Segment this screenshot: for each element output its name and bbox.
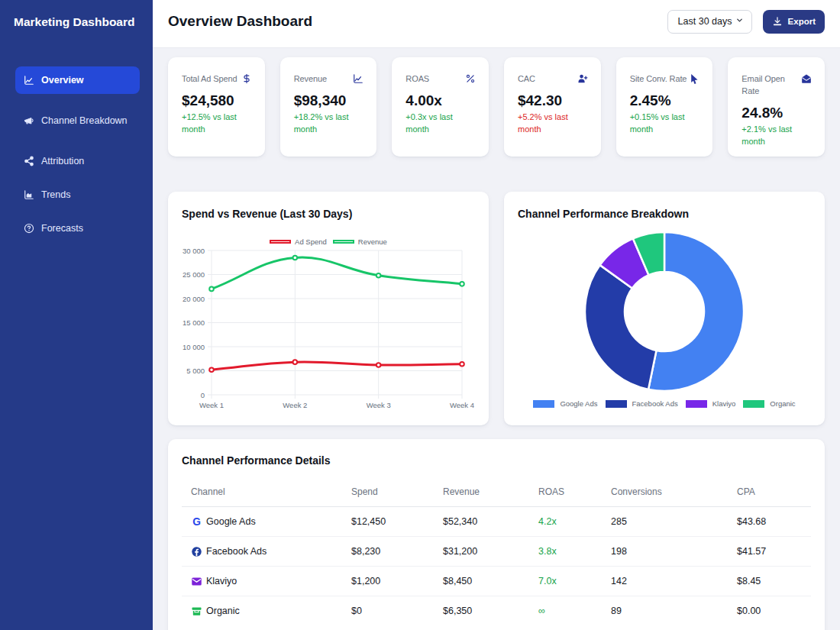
spend-cell: $8,230 — [342, 537, 434, 567]
donut-chart-title: Channel Performance Breakdown — [518, 208, 689, 220]
col-header-cpa: CPA — [728, 479, 811, 507]
col-header-roas: ROAS — [529, 479, 602, 507]
kpi-delta: +0.15% vs last month — [630, 111, 691, 135]
kpi-card-email-open-rate: Email Open Rate 24.8% +2.1% vs last mont… — [728, 57, 825, 157]
donut-chart-legend: Google AdsFacebook AdsKlaviyoOrganic — [518, 399, 811, 408]
export-button[interactable]: Export — [763, 10, 825, 34]
kpi-value: 24.8% — [741, 104, 812, 122]
kpi-label: Revenue — [294, 73, 327, 85]
conversions-cell: 198 — [602, 537, 728, 567]
legend-item-google-ads[interactable]: Google Ads — [533, 399, 597, 408]
legend-item-organic[interactable]: Organic — [743, 399, 795, 408]
channel-name: Klaviyo — [206, 576, 237, 586]
roas-cell: 4.2x — [529, 507, 602, 537]
svg-text:Week 3: Week 3 — [367, 401, 391, 409]
svg-text:15 000: 15 000 — [183, 318, 205, 327]
svg-text:Week 2: Week 2 — [283, 401, 307, 409]
megaphone-icon — [24, 115, 34, 126]
channel-performance-table: Channel Spend Revenue ROAS Conversions C… — [182, 479, 811, 626]
sidebar-item-attribution[interactable]: Attribution — [15, 147, 140, 175]
channel-details-card: Channel Performance Details Channel Spen… — [168, 439, 825, 630]
sidebar-item-channel-breakdown[interactable]: Channel Breakdown — [15, 107, 140, 134]
sidebar-item-label: Overview — [41, 75, 84, 86]
roas-cell: ∞ — [529, 596, 602, 626]
svg-text:5 000: 5 000 — [186, 367, 205, 375]
line-chart-plot: 05 00010 00015 00020 00025 00030 000Week… — [182, 226, 475, 417]
kpi-label: Site Conv. Rate — [630, 73, 687, 85]
kpi-card-total-ad-spend: Total Ad Spend $24,580 +12.5% vs last mo… — [168, 57, 265, 157]
header-actions: Last 30 days Export — [667, 10, 825, 34]
sidebar-item-label: Attribution — [41, 156, 84, 166]
sidebar-item-forecasts[interactable]: Forecasts — [15, 215, 140, 242]
help-circle-icon — [24, 223, 34, 234]
channel-breakdown-chart-card: Channel Performance Breakdown Google Ads… — [504, 192, 825, 425]
revenue-cell: $52,340 — [434, 507, 529, 537]
kpi-row: Total Ad Spend $24,580 +12.5% vs last mo… — [168, 57, 825, 157]
cpa-cell: $41.57 — [728, 537, 811, 567]
sidebar-item-label: Trends — [41, 189, 70, 200]
line-chart-title: Spend vs Revenue (Last 30 Days) — [182, 208, 352, 220]
cpa-cell: $43.68 — [728, 507, 811, 537]
table-header-row: Channel Spend Revenue ROAS Conversions C… — [182, 479, 811, 507]
sidebar-item-overview[interactable]: Overview — [15, 66, 140, 94]
svg-text:10 000: 10 000 — [183, 343, 205, 351]
conversions-cell: 142 — [602, 567, 728, 596]
col-header-conversions: Conversions — [602, 479, 728, 507]
legend-label: Klaviyo — [712, 399, 736, 408]
legend-swatch — [743, 400, 764, 408]
col-header-channel: Channel — [182, 479, 342, 507]
table-title: Channel Performance Details — [182, 454, 811, 467]
area-chart-icon — [24, 189, 34, 200]
legend-swatch — [686, 400, 707, 408]
table-row-google-ads[interactable]: GGoogle Ads $12,450 $52,340 4.2x 285 $43… — [182, 507, 811, 537]
conversions-cell: 89 — [602, 596, 728, 626]
kpi-card-site-conv-rate: Site Conv. Rate 2.45% +0.15% vs last mon… — [616, 57, 713, 157]
export-button-label: Export — [788, 17, 816, 26]
table-row-facebook-ads[interactable]: Facebook Ads $8,230 $31,200 3.8x 198 $41… — [182, 537, 811, 567]
kpi-label: Total Ad Spend — [182, 73, 237, 85]
percent-icon — [465, 73, 476, 84]
channel-name: Organic — [206, 606, 240, 616]
legend-swatch — [606, 400, 627, 408]
charts-row: Spend vs Revenue (Last 30 Days) Ad Spend… — [168, 192, 825, 425]
svg-text:G: G — [192, 516, 201, 528]
svg-text:Week 1: Week 1 — [199, 401, 224, 409]
kpi-value: 2.45% — [630, 92, 700, 110]
table-row-klaviyo[interactable]: Klaviyo $1,200 $8,450 7.0x 142 $8.45 — [182, 567, 811, 596]
cpa-cell: $0.00 — [728, 596, 811, 626]
spend-vs-revenue-chart-card: Spend vs Revenue (Last 30 Days) Ad Spend… — [168, 192, 489, 425]
sidebar: Marketing Dashboard Overview Channel Bre… — [0, 0, 153, 630]
facebook-icon — [191, 546, 202, 557]
conversions-cell: 285 — [602, 507, 728, 537]
revenue-cell: $6,350 — [434, 596, 529, 626]
revenue-cell: $31,200 — [434, 537, 529, 567]
sidebar-item-trends[interactable]: Trends — [15, 181, 140, 208]
kpi-value: $98,340 — [294, 92, 364, 110]
kpi-card-roas: ROAS 4.00x +0.3x vs last month — [392, 57, 489, 157]
app-title: Marketing Dashboard — [0, 0, 153, 29]
date-range-select[interactable]: Last 30 days — [667, 10, 752, 34]
top-header: Overview Dashboard Last 30 days Export — [153, 0, 840, 48]
kpi-delta: +12.5% vs last month — [182, 111, 243, 135]
sidebar-item-label: Forecasts — [41, 223, 83, 234]
sidebar-item-label: Channel Breakdown — [41, 115, 128, 126]
mail-open-icon — [801, 73, 812, 84]
line-chart-icon — [24, 75, 34, 86]
kpi-delta: +0.3x vs last month — [405, 111, 467, 135]
donut-chart-plot — [518, 229, 811, 394]
svg-text:25 000: 25 000 — [183, 270, 205, 279]
date-range-value: Last 30 days — [678, 16, 732, 27]
col-header-spend: Spend — [342, 479, 434, 507]
user-plus-icon — [577, 73, 588, 84]
spend-cell: $1,200 — [342, 567, 434, 596]
legend-item-facebook-ads[interactable]: Facebook Ads — [606, 399, 678, 408]
legend-item-klaviyo[interactable]: Klaviyo — [686, 399, 736, 408]
svg-text:20 000: 20 000 — [183, 295, 205, 303]
google-icon: G — [191, 516, 202, 528]
table-row-organic[interactable]: Organic $0 $6,350 ∞ 89 $0.00 — [182, 596, 811, 626]
svg-text:30 000: 30 000 — [183, 247, 205, 255]
kpi-label: Email Open Rate — [741, 73, 800, 97]
main-area: Overview Dashboard Last 30 days Export T… — [153, 0, 840, 630]
chevron-down-icon — [735, 16, 744, 27]
dollar-sign-icon — [241, 73, 252, 84]
